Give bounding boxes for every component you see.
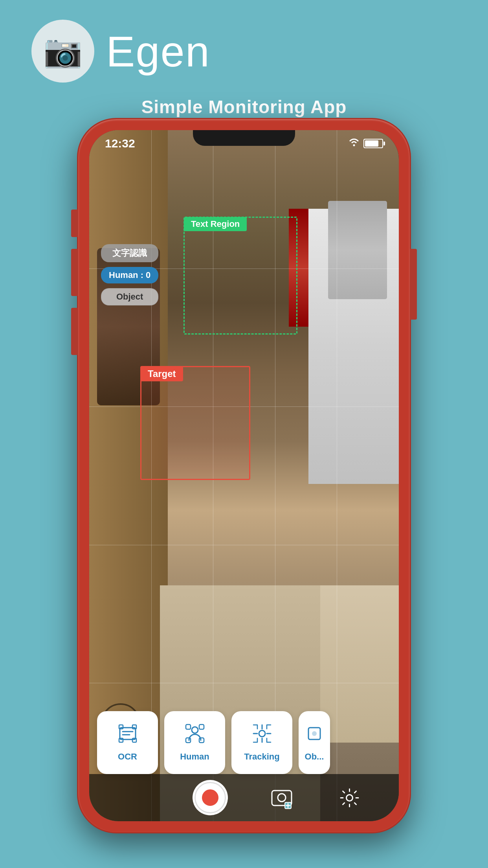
status-icons <box>349 138 383 149</box>
svg-point-24 <box>346 794 352 801</box>
ps-label: ps : -- <box>101 761 121 770</box>
app-title: Egen <box>106 26 210 76</box>
svg-rect-10 <box>186 738 191 743</box>
app-icon-wrapper: 📷 <box>31 20 94 83</box>
phone-container: 12:32 <box>77 118 411 833</box>
svg-rect-9 <box>199 725 204 729</box>
tracking-label: Tracking <box>244 752 279 762</box>
settings-button[interactable] <box>336 784 363 811</box>
human-badge[interactable]: Human : 0 <box>101 267 158 283</box>
volume-up-button[interactable] <box>71 249 78 296</box>
object-button[interactable]: Ob... <box>299 711 330 774</box>
spacer-left <box>125 784 152 811</box>
power-button[interactable] <box>410 249 417 320</box>
object-icon <box>305 724 324 748</box>
text-region-label: Text Region <box>184 217 247 231</box>
bottom-toolbar: OCR Hum <box>89 711 399 774</box>
action-bar <box>89 774 399 821</box>
photo-add-button[interactable] <box>268 784 295 811</box>
tracking-button[interactable]: Tracking <box>231 711 292 774</box>
tracking-icon <box>252 724 272 748</box>
mute-button[interactable] <box>71 210 78 237</box>
header: 📷 Egen <box>0 0 488 90</box>
svg-point-12 <box>259 730 265 737</box>
target-label: Target <box>141 366 183 381</box>
ocr-badge[interactable]: 文字認識 <box>101 244 158 262</box>
svg-rect-0 <box>120 728 136 739</box>
record-button[interactable] <box>193 780 228 815</box>
ocr-label: OCR <box>118 752 137 762</box>
phone-frame: 12:32 <box>77 118 411 833</box>
ocr-icon <box>118 724 138 748</box>
svg-point-20 <box>278 794 286 802</box>
svg-rect-8 <box>186 725 191 729</box>
object-badge[interactable]: Object <box>101 288 158 305</box>
svg-rect-11 <box>199 738 204 743</box>
phone-screen: 12:32 <box>89 130 399 821</box>
wifi-icon <box>349 138 360 149</box>
battery-icon <box>363 139 383 148</box>
object-label: Ob... <box>305 752 324 762</box>
target-box: Target <box>140 366 250 480</box>
svg-point-7 <box>192 727 198 733</box>
text-region-box: Text Region <box>183 217 297 335</box>
notch <box>193 130 295 146</box>
human-label: Human <box>180 752 209 762</box>
sidebar-badges: 文字認識 Human : 0 Object <box>101 244 158 305</box>
human-button[interactable]: Human <box>164 711 225 774</box>
svg-point-18 <box>312 731 317 736</box>
volume-down-button[interactable] <box>71 308 78 355</box>
app-icon: 📷 <box>43 33 83 70</box>
human-icon <box>185 724 205 748</box>
camera-view: 文字認識 Human : 0 Object Text Region Target <box>89 130 399 821</box>
status-time: 12:32 <box>105 137 135 150</box>
